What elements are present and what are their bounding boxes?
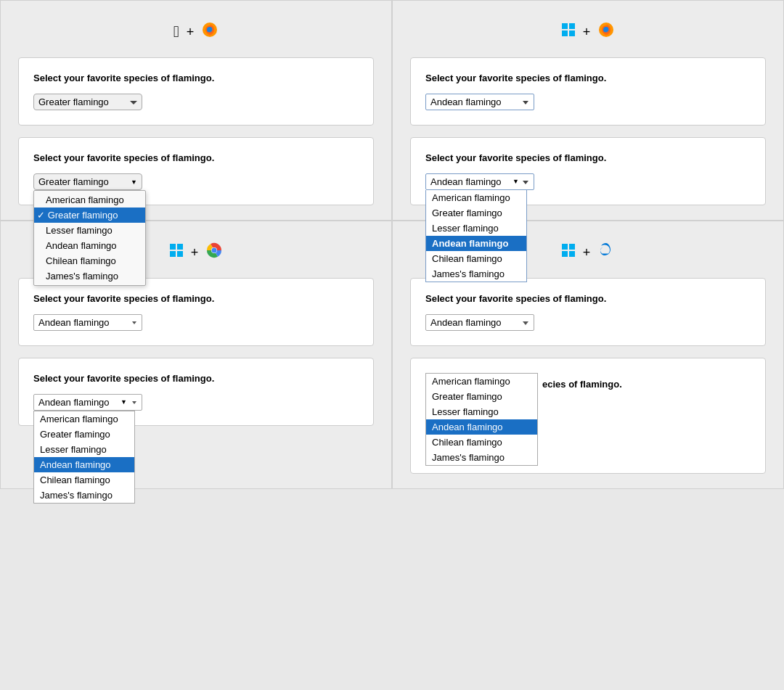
win-ff-closed-wrap: Andean flamingo (425, 94, 534, 110)
win-ff-option-james[interactable]: James's flamingo (426, 266, 526, 282)
card-win-chrome-closed: Select your favorite species of flamingo… (18, 278, 374, 346)
win-chrome-option-lesser[interactable]: Lesser flamingo (34, 442, 134, 457)
win-chrome-option-james[interactable]: James's flamingo (34, 488, 134, 503)
win-edge-opt-american[interactable]: American flamingo (426, 374, 537, 389)
svg-rect-4 (569, 23, 575, 29)
svg-rect-10 (170, 244, 176, 250)
win-ff-option-andean[interactable]: Andean flamingo (426, 236, 526, 251)
firefox-icon-q2 (597, 21, 615, 43)
mac-ff-select-display[interactable]: Greater flamingo ▼ (33, 173, 142, 190)
win-chrome-dropdown-list: American flamingo Greater flamingo Lesse… (33, 411, 135, 504)
svg-rect-11 (177, 244, 183, 250)
win-chrome-select-closed[interactable]: Andean flamingo (33, 314, 142, 331)
win-chrome-select-value: Andean flamingo (38, 397, 110, 408)
card-mac-ff-open: Select your favorite species of flamingo… (18, 137, 374, 205)
win-ff-dropdown-list: American flamingo Greater flamingo Lesse… (425, 190, 527, 282)
card-label-2: Select your favorite species of flamingo… (33, 152, 359, 163)
mac-ff-dropdown-list: American flamingo Greater flamingo Lesse… (33, 190, 146, 286)
win-ff-select-closed[interactable]: Andean flamingo (425, 94, 534, 110)
win-edge-opt-chilean[interactable]: Chilean flamingo (426, 435, 537, 450)
windows-icon-q2 (561, 22, 576, 41)
win-edge-opt-greater[interactable]: Greater flamingo (426, 389, 537, 404)
win-ff-option-american[interactable]: American flamingo (426, 190, 526, 205)
card-label-5: Select your favorite species of flamingo… (33, 293, 359, 304)
card-win-chrome-open: Select your favorite species of flamingo… (18, 358, 374, 426)
plus-q2: + (583, 25, 591, 40)
svg-rect-18 (569, 244, 575, 250)
mac-option-andean[interactable]: Andean flamingo (34, 238, 145, 253)
edge-partial-label: ecies of flamingo. (538, 373, 622, 390)
svg-rect-6 (569, 30, 575, 36)
card-mac-ff-closed: Select your favorite species of flamingo… (18, 57, 374, 126)
win-chrome-option-andean[interactable]: Andean flamingo (34, 457, 134, 472)
svg-rect-19 (562, 251, 568, 257)
card-win-ff-open: Select your favorite species of flamingo… (410, 137, 766, 205)
mac-option-james[interactable]: James's flamingo (34, 268, 145, 284)
svg-rect-20 (569, 251, 575, 257)
win-ff-option-chilean[interactable]: Chilean flamingo (426, 251, 526, 266)
browser-header-win-firefox: + (561, 15, 616, 46)
win-edge-closed-wrap: Andean flamingo (425, 314, 534, 331)
card-win-edge-open: American flamingo Greater flamingo Lesse… (410, 358, 766, 474)
plus-q1: + (187, 25, 195, 40)
browser-header-win-chrome: + (169, 236, 224, 266)
edge-icon-q4 (597, 242, 615, 263)
win-ff-option-lesser[interactable]: Lesser flamingo (426, 221, 526, 236)
card-label-3: Select your favorite species of flamingo… (425, 73, 751, 83)
win-ff-option-greater[interactable]: Greater flamingo (426, 205, 526, 221)
svg-rect-5 (562, 30, 568, 36)
windows-icon-q4 (561, 243, 576, 262)
plus-q4: + (583, 245, 591, 260)
mac-ff-open-wrap: Greater flamingo ▼ American flamingo Gre… (33, 173, 142, 190)
main-grid:  + Select your favorite species of flam… (0, 0, 784, 489)
win-chrome-option-greater[interactable]: Greater flamingo (34, 427, 134, 442)
browser-header-win-edge: + (561, 236, 616, 266)
mac-dropdown-arrow: ▼ (131, 178, 137, 186)
svg-point-16 (212, 248, 217, 253)
win-ff-open-wrap: Andean flamingo ▼ American flamingo Grea… (425, 173, 534, 190)
win-chrome-open-wrap: Andean flamingo ▼ American flamingo Grea… (33, 394, 142, 411)
card-label-7: Select your favorite species of flamingo… (425, 293, 751, 304)
card-label-1: Select your favorite species of flamingo… (33, 73, 359, 83)
mac-option-lesser[interactable]: Lesser flamingo (34, 223, 145, 238)
mac-option-greater[interactable]: Greater flamingo (34, 208, 145, 223)
mac-option-american[interactable]: American flamingo (34, 192, 145, 208)
firefox-icon-q1 (201, 21, 219, 43)
win-chrome-arrow: ▼ (121, 398, 127, 406)
win-chrome-closed-wrap: Andean flamingo (33, 314, 142, 331)
quadrant-mac-firefox:  + Select your favorite species of flam… (0, 0, 392, 221)
svg-rect-13 (177, 251, 183, 257)
card-label-4: Select your favorite species of flamingo… (425, 152, 751, 163)
svg-rect-3 (562, 23, 568, 29)
win-chrome-select-display[interactable]: Andean flamingo ▼ (33, 394, 142, 411)
mac-select-closed-wrap: Greater flamingo (33, 94, 142, 110)
mac-option-chilean[interactable]: Chilean flamingo (34, 253, 145, 268)
edge-open-card-content: American flamingo Greater flamingo Lesse… (425, 373, 751, 466)
mac-ff-select-closed[interactable]: Greater flamingo (33, 94, 142, 110)
chrome-icon-q3 (205, 242, 223, 263)
win-edge-opt-james[interactable]: James's flamingo (426, 450, 537, 465)
win-chrome-option-chilean[interactable]: Chilean flamingo (34, 472, 134, 488)
plus-q3: + (191, 245, 199, 260)
win-ff-select-value: Andean flamingo (430, 176, 502, 187)
win-edge-opt-andean[interactable]: Andean flamingo (426, 419, 537, 435)
win-ff-select-display[interactable]: Andean flamingo ▼ (425, 173, 534, 190)
quadrant-win-firefox: + Select your favorite species of flamin… (392, 0, 784, 221)
win-ff-arrow: ▼ (513, 178, 519, 185)
svg-rect-17 (562, 244, 568, 250)
win-edge-select-closed[interactable]: Andean flamingo (425, 314, 534, 331)
win-edge-dropdown-list-2: American flamingo Greater flamingo Lesse… (425, 373, 538, 466)
win-edge-opt-lesser[interactable]: Lesser flamingo (426, 404, 537, 419)
windows-icon-q3 (169, 243, 184, 262)
browser-header-mac-firefox:  + (173, 15, 219, 46)
card-win-ff-closed: Select your favorite species of flamingo… (410, 57, 766, 126)
svg-rect-12 (170, 251, 176, 257)
apple-icon:  (173, 22, 179, 41)
card-label-6: Select your favorite species of flamingo… (33, 373, 359, 384)
win-chrome-option-american[interactable]: American flamingo (34, 411, 134, 427)
card-win-edge-closed: Select your favorite species of flamingo… (410, 278, 766, 346)
mac-ff-select-value: Greater flamingo (38, 176, 109, 187)
